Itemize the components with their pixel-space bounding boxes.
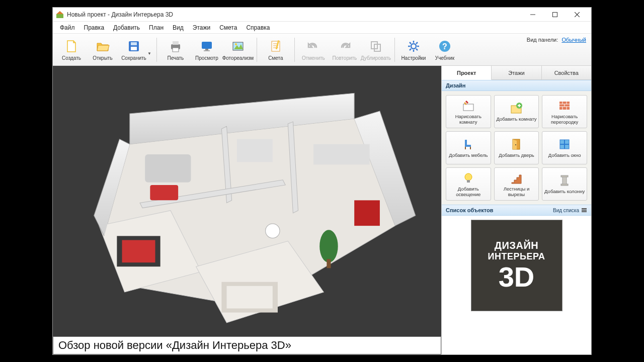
logo-line1: ДИЗАЙН bbox=[495, 240, 538, 251]
svg-point-17 bbox=[235, 43, 237, 45]
svg-rect-76 bbox=[561, 175, 568, 177]
print-label: Печать bbox=[168, 55, 184, 61]
save-label: Сохранить bbox=[121, 55, 146, 61]
svg-rect-53 bbox=[327, 259, 331, 268]
menu-estimate[interactable]: Смета bbox=[215, 23, 241, 32]
minimize-button[interactable] bbox=[522, 8, 544, 22]
photoreal-icon bbox=[230, 39, 246, 54]
print-button[interactable]: Печать bbox=[160, 35, 191, 64]
help-button[interactable]: ? Учебник bbox=[429, 35, 460, 64]
separator bbox=[294, 38, 295, 62]
stairs-button[interactable]: Лестницы и вырезы bbox=[494, 167, 539, 201]
svg-point-69 bbox=[515, 144, 516, 145]
menu-edit[interactable]: Правка bbox=[80, 23, 109, 32]
undo-button[interactable]: Отменить bbox=[298, 35, 329, 64]
folder-open-icon bbox=[95, 39, 110, 54]
tab-project[interactable]: Проект bbox=[442, 66, 492, 80]
svg-rect-50 bbox=[226, 286, 272, 309]
svg-rect-48 bbox=[122, 240, 155, 263]
add-room-label: Добавить комнату bbox=[496, 117, 536, 122]
svg-rect-43 bbox=[150, 185, 178, 200]
draw-room-label: Нарисовать комнату bbox=[447, 114, 490, 125]
window-icon bbox=[557, 137, 572, 151]
menu-file[interactable]: Файл bbox=[56, 23, 79, 32]
logo-line3: 3D bbox=[499, 263, 535, 291]
open-button[interactable]: Открыть bbox=[87, 35, 118, 64]
floorplan-render bbox=[68, 83, 426, 337]
svg-rect-7 bbox=[131, 42, 137, 45]
svg-rect-8 bbox=[131, 47, 137, 50]
svg-text:?: ? bbox=[442, 42, 447, 51]
add-door-button[interactable]: Добавить дверь bbox=[494, 131, 539, 164]
svg-marker-68 bbox=[513, 139, 517, 149]
add-room-button[interactable]: Добавить комнату bbox=[494, 95, 539, 128]
svg-rect-82 bbox=[582, 210, 587, 211]
viewport-3d[interactable]: Обзор новой версии «Дизайн Интерьера 3D» bbox=[53, 66, 441, 354]
door-icon bbox=[509, 137, 523, 151]
column-icon bbox=[557, 173, 572, 188]
add-lighting-label: Добавить освещение bbox=[447, 187, 490, 197]
svg-rect-3 bbox=[553, 12, 557, 17]
add-column-button[interactable]: Добавить колонну bbox=[542, 167, 587, 201]
svg-rect-13 bbox=[205, 49, 208, 50]
design-header-label: Дизайн bbox=[446, 82, 465, 88]
object-list: ДИЗАЙН ИНТЕРЬЕРА 3D bbox=[442, 216, 591, 354]
tab-floors[interactable]: Этажи bbox=[492, 66, 541, 79]
redo-label: Повторить bbox=[333, 55, 357, 61]
objects-header-label: Список объектов bbox=[446, 207, 493, 213]
create-button[interactable]: Создать bbox=[56, 35, 87, 64]
brick-wall-icon bbox=[557, 99, 572, 113]
duplicate-icon bbox=[368, 39, 383, 54]
preview-button[interactable]: Просмотр bbox=[191, 35, 222, 64]
printer-icon bbox=[168, 39, 183, 54]
settings-label: Настройки bbox=[401, 55, 426, 61]
svg-rect-83 bbox=[582, 211, 587, 212]
undo-label: Отменить bbox=[302, 55, 325, 61]
open-label: Открыть bbox=[93, 55, 112, 61]
draw-partition-button[interactable]: Нарисовать перегородку bbox=[542, 95, 587, 128]
redo-button[interactable]: Повторить bbox=[329, 35, 360, 64]
add-furniture-button[interactable]: Добавить мебель bbox=[446, 131, 491, 164]
save-button[interactable]: Сохранить bbox=[118, 35, 149, 64]
svg-point-73 bbox=[465, 173, 472, 180]
add-window-button[interactable]: Добавить окно bbox=[542, 131, 587, 164]
estimate-label: Смета bbox=[268, 55, 283, 61]
estimate-button[interactable]: Смета bbox=[260, 35, 291, 64]
svg-rect-10 bbox=[173, 41, 179, 45]
preview-label: Просмотр bbox=[195, 55, 218, 61]
svg-line-30 bbox=[410, 42, 411, 44]
tab-properties[interactable]: Свойства bbox=[542, 66, 591, 79]
photoreal-button[interactable]: Фотореализм bbox=[222, 35, 254, 64]
add-window-label: Добавить окно bbox=[548, 153, 581, 158]
svg-line-33 bbox=[416, 42, 418, 44]
notepad-icon bbox=[268, 39, 283, 54]
draw-room-button[interactable]: Нарисовать комнату bbox=[446, 95, 491, 128]
svg-rect-66 bbox=[470, 147, 471, 149]
maximize-button[interactable] bbox=[544, 8, 566, 22]
save-dropdown-icon[interactable]: ▼ bbox=[147, 51, 151, 56]
svg-rect-42 bbox=[145, 154, 191, 183]
panel-type-value[interactable]: Обычный bbox=[561, 37, 586, 43]
add-lighting-button[interactable]: Добавить освещение bbox=[446, 167, 491, 201]
svg-marker-1 bbox=[56, 11, 63, 14]
svg-rect-45 bbox=[313, 144, 370, 165]
close-button[interactable] bbox=[566, 8, 588, 22]
list-view-switch[interactable]: Вид списка bbox=[553, 207, 587, 213]
duplicate-button[interactable]: Дублировать bbox=[360, 35, 391, 64]
menu-add[interactable]: Добавить bbox=[109, 23, 144, 32]
panel-type-label: Вид панели: bbox=[527, 37, 558, 43]
stairs-icon bbox=[509, 171, 523, 185]
bulb-icon bbox=[461, 171, 475, 185]
menu-floors[interactable]: Этажи bbox=[189, 23, 214, 32]
add-furniture-label: Добавить мебель bbox=[449, 153, 488, 158]
add-column-label: Добавить колонну bbox=[544, 189, 585, 194]
stairs-label: Лестницы и вырезы bbox=[496, 187, 538, 197]
svg-rect-74 bbox=[467, 180, 470, 183]
create-label: Создать bbox=[62, 55, 81, 61]
menu-help[interactable]: Справка bbox=[242, 23, 274, 32]
svg-rect-12 bbox=[202, 42, 212, 49]
settings-button[interactable]: Настройки bbox=[398, 35, 429, 64]
menu-plan[interactable]: План bbox=[145, 23, 168, 32]
menu-view[interactable]: Вид bbox=[169, 23, 188, 32]
pencil-room-icon bbox=[461, 99, 475, 113]
